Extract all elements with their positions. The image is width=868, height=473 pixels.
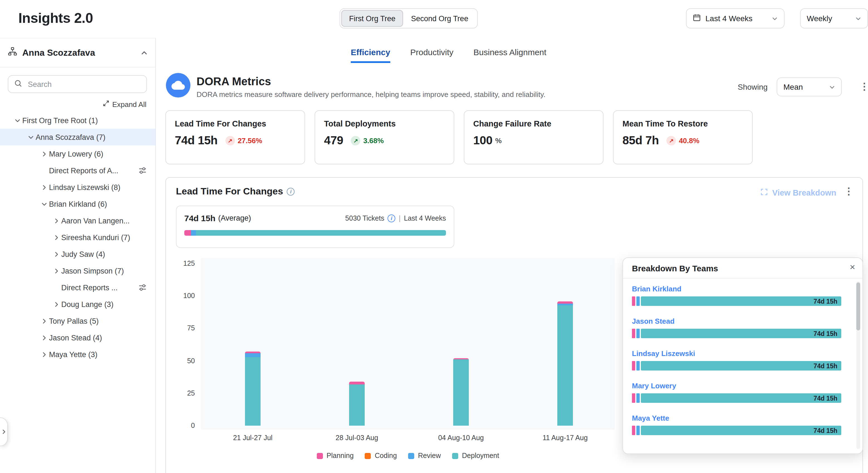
chevron-right-icon[interactable]	[51, 251, 61, 257]
y-tick-label: 100	[172, 291, 195, 300]
team-link[interactable]: Brian Kirkland	[632, 285, 841, 293]
metric-card: Lead Time For Changes74d 15h↗27.56%	[165, 110, 305, 164]
chevron-down-icon[interactable]	[26, 134, 36, 140]
bar-stack[interactable]	[349, 382, 365, 426]
tree-item[interactable]: Brian Kirkland (6)	[0, 196, 155, 212]
sidebar-user-header[interactable]: Anna Scozzafava	[0, 38, 155, 67]
chevron-right-icon[interactable]	[51, 234, 61, 240]
deployment-segment	[196, 230, 446, 236]
team-link[interactable]: Maya Yette	[632, 414, 841, 422]
bar-stack[interactable]	[453, 358, 469, 426]
sidebar-search[interactable]	[8, 75, 147, 93]
tree-item[interactable]: Lindsay Liszewski (8)	[0, 179, 155, 196]
search-input[interactable]	[27, 79, 141, 89]
tab-efficiency[interactable]: Efficiency	[351, 47, 390, 63]
chevron-up-icon[interactable]	[141, 49, 148, 56]
chevron-right-icon[interactable]	[39, 318, 49, 324]
tree-item[interactable]: Jason Stead (4)	[0, 329, 155, 346]
team-bar: 74d 15h	[632, 361, 841, 371]
kebab-menu-icon[interactable]: ⋮	[844, 187, 854, 196]
org-tree-toggle-second[interactable]: Second Org Tree	[403, 10, 476, 27]
chevron-down-icon[interactable]	[39, 201, 49, 207]
aggregation-select[interactable]: Mean	[777, 78, 842, 96]
filter-icon[interactable]	[138, 167, 147, 174]
kebab-menu-icon[interactable]: ⋮	[860, 82, 868, 91]
trend-badge: ↗3.68%	[351, 136, 384, 145]
team-link[interactable]: Jason Stead	[632, 317, 841, 325]
tree-item[interactable]: Anna Scozzafava (7)	[0, 129, 155, 145]
chevron-right-icon[interactable]	[39, 334, 49, 341]
tab-productivity[interactable]: Productivity	[410, 47, 454, 63]
legend-label: Planning	[327, 452, 353, 460]
chevron-right-icon[interactable]	[39, 151, 49, 157]
aggregation-value: Mean	[783, 83, 803, 91]
tree-item[interactable]: Direct Reports of A...	[0, 162, 155, 179]
insights-app: Insights 2.0 First Org Tree Second Org T…	[0, 0, 868, 473]
team-link[interactable]: Mary Lowery	[632, 382, 841, 390]
breakdown-row: Jason Stead74d 15h	[632, 317, 841, 338]
tree-item[interactable]: Sireesha Kunduri (7)	[0, 229, 155, 246]
bar-stack[interactable]	[245, 352, 260, 426]
date-range-select[interactable]: Last 4 Weeks	[686, 8, 784, 28]
info-icon[interactable]: i	[287, 188, 295, 196]
legend-label: Deployment	[462, 452, 499, 460]
tree-item[interactable]: Mary Lowery (6)	[0, 145, 155, 162]
tree-item-label: Aaron Van Langen...	[61, 216, 130, 225]
tree-item[interactable]: Doug Lange (3)	[0, 296, 155, 313]
close-icon[interactable]: ×	[849, 262, 855, 273]
info-icon[interactable]: i	[388, 214, 395, 222]
breakdown-title: Breakdown By Teams	[632, 264, 718, 273]
metric-card-title: Total Deployments	[324, 119, 445, 128]
org-tree-toggle-first[interactable]: First Org Tree	[341, 10, 403, 27]
breakdown-row: Mary Lowery74d 15h	[632, 382, 841, 403]
deployment-segment	[349, 384, 365, 426]
tree-item[interactable]: Direct Reports ...	[0, 279, 155, 296]
filter-icon[interactable]	[138, 284, 147, 291]
scrollbar-thumb[interactable]	[856, 283, 860, 330]
team-bar: 74d 15h	[632, 296, 841, 306]
expand-all-button[interactable]: Expand All	[102, 100, 147, 109]
tree-item[interactable]: Judy Saw (4)	[0, 246, 155, 262]
deployment-segment	[245, 357, 260, 426]
chevron-right-icon[interactable]	[51, 217, 61, 224]
view-breakdown-button[interactable]: View Breakdown	[760, 188, 836, 198]
bar-stack[interactable]	[557, 301, 573, 426]
tree-item[interactable]: Maya Yette (3)	[0, 346, 155, 363]
view-breakdown-label: View Breakdown	[772, 188, 836, 197]
sidebar: Anna Scozzafava Expand All First Org Tre…	[0, 38, 156, 473]
expand-all-icon	[102, 100, 110, 109]
review-segment	[245, 353, 260, 357]
expand-view-icon	[760, 188, 768, 198]
chevron-right-icon[interactable]	[51, 268, 61, 274]
org-tree-toggle: First Org Tree Second Org Tree	[340, 8, 478, 28]
tree-item[interactable]: Aaron Van Langen...	[0, 212, 155, 229]
chevron-right-icon[interactable]	[51, 301, 61, 307]
planning-segment	[632, 426, 635, 435]
chevron-right-icon[interactable]	[39, 351, 49, 357]
planning-segment	[349, 382, 365, 384]
tree-item[interactable]: Tony Pallas (5)	[0, 313, 155, 329]
tab-business-alignment[interactable]: Business Alignment	[473, 47, 547, 63]
search-icon	[14, 79, 22, 89]
range-label: Last 4 Weeks	[404, 214, 446, 222]
metric-card-value: 100	[473, 134, 492, 147]
sidebar-collapse-handle[interactable]	[0, 417, 8, 446]
y-tick-label: 25	[172, 389, 195, 398]
metric-card: Change Failure Rate100%	[464, 110, 603, 164]
expand-all-label: Expand All	[112, 100, 147, 108]
team-link[interactable]: Lindsay Liszewski	[632, 349, 841, 358]
tree-item-label: Doug Lange (3)	[61, 300, 114, 308]
breakdown-row: Maya Yette74d 15h	[632, 414, 841, 435]
tree-item[interactable]: First Org Tree Root (1)	[0, 112, 155, 129]
tickets-count: 5030 Tickets	[345, 214, 384, 222]
tree-item[interactable]: Jason Simpson (7)	[0, 262, 155, 279]
team-value: 74d 15h	[813, 395, 837, 402]
x-tick-label: 28 Jul-03 Aug	[312, 434, 401, 442]
chevron-right-icon[interactable]	[39, 184, 49, 190]
breakdown-rows: Brian Kirkland74d 15hJason Stead74d 15hL…	[623, 278, 862, 453]
granularity-select[interactable]: Weekly	[800, 8, 868, 28]
team-value: 74d 15h	[813, 427, 837, 434]
date-range-value: Last 4 Weeks	[706, 14, 752, 23]
chevron-down-icon[interactable]	[12, 117, 22, 123]
chart-plot-area	[201, 258, 615, 430]
